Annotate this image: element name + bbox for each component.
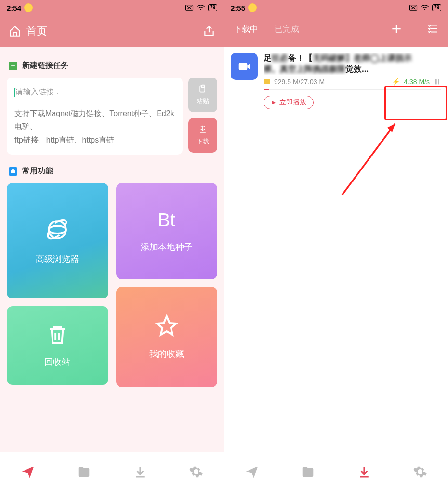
nav-send[interactable] [245,465,259,481]
svg-rect-6 [11,170,15,173]
download-nav-icon [133,465,147,479]
wifi-icon [421,4,429,11]
svg-rect-16 [438,79,439,85]
paper-plane-icon [21,465,35,479]
nav-send[interactable] [21,465,35,481]
status-time: 2:55 [231,4,245,12]
bottom-nav [0,452,224,493]
home-icon[interactable] [9,25,21,38]
video-thumb [231,53,258,80]
nav-downloads[interactable] [133,465,147,481]
download-title: 足狂必备！【无码破解】老师◯上课脱示 裸。真空上阵挑战极限觉效... [264,53,441,75]
star-icon [155,314,178,337]
svg-point-9 [49,226,66,234]
battery-indicator: 79 [208,4,217,11]
bolt-icon: ⚡ [392,78,400,86]
bt-card[interactable]: Bt 添加本地种子 [116,183,218,279]
status-bar-right: 2:55 79 [224,0,448,15]
svg-line-17 [342,124,395,195]
svg-point-13 [424,9,425,10]
features-header: 常用功能 [9,166,215,176]
nav-files[interactable] [77,465,91,481]
status-avatar-icon [24,3,33,12]
tasklist-icon[interactable] [427,23,439,35]
left-phone-screen: 2:54 79 首页 ＋ 新建链接任务 请输入链接： 支持下载Magnet磁力链… [0,0,224,493]
nav-settings[interactable] [413,465,427,481]
favorites-card[interactable]: 我的收藏 [116,287,218,387]
bottom-nav-right [224,452,448,493]
plus-icon: ＋ [9,62,17,70]
browser-card[interactable]: 高级浏览器 [7,183,108,298]
downloads-tabs: 下载中 已完成 [224,15,448,47]
status-avatar-icon [248,3,257,12]
wifi-icon [197,4,205,11]
folder-icon [301,465,315,479]
svg-rect-14 [239,63,248,70]
share-icon[interactable] [203,25,215,38]
paper-plane-icon [245,465,259,479]
folder-mini-icon [264,79,270,84]
nav-files[interactable] [301,465,315,481]
download-speed: 4.38 M/s [404,78,430,86]
right-phone-screen: 2:55 79 下载中 已完成 足狂必备！【无码破解】老师◯上课脱示 裸。真空上… [224,0,448,493]
svg-marker-18 [387,124,395,132]
recycle-card[interactable]: 回收站 [7,306,108,385]
pause-icon[interactable] [434,78,441,86]
battery-indicator: 79 [432,4,441,11]
bt-text-icon: Bt [158,210,175,231]
nav-settings[interactable] [189,465,203,481]
download-size: 929.5 M/27.03 M [274,78,325,86]
no-sim-icon [409,4,418,11]
tab-completed[interactable]: 已完成 [274,21,300,38]
tab-downloading[interactable]: 下载中 [233,21,259,38]
status-bar: 2:54 79 [0,0,224,15]
download-nav-icon [357,465,371,479]
page-title: 首页 [26,24,47,39]
status-time: 2:54 [7,4,21,12]
new-task-label: 新建链接任务 [22,61,68,71]
clipboard-icon [198,84,208,94]
play-now-button[interactable]: 立即播放 [264,96,314,109]
no-sim-icon [185,4,194,11]
features-label: 常用功能 [22,166,53,176]
svg-rect-7 [12,169,14,171]
video-icon [237,59,251,74]
ie-icon [44,217,70,243]
folder-icon [77,465,91,479]
trash-icon [46,324,68,346]
gear-icon [189,465,203,479]
svg-rect-15 [435,79,437,85]
app-header: 首页 [0,15,224,47]
annotation-highlight [384,86,447,120]
link-hint-2: ftp链接、http直链、https直链 [14,133,175,146]
gear-icon [413,465,427,479]
link-input[interactable]: 请输入链接： 支持下载Magnet磁力链接、Torrent种子、Ed2k电驴、 … [7,78,183,155]
nav-downloads[interactable] [357,465,371,481]
download-icon [198,125,208,134]
link-hint-1: 支持下载Magnet磁力链接、Torrent种子、Ed2k电驴、 [14,107,175,133]
toolbox-icon [9,167,17,176]
paste-button[interactable]: 粘贴 [188,78,217,112]
play-icon [271,100,277,105]
new-task-header: ＋ 新建链接任务 [9,61,215,71]
svg-rect-4 [200,86,205,92]
annotation-arrow [337,118,405,200]
add-icon[interactable] [390,23,403,35]
home-content: ＋ 新建链接任务 请输入链接： 支持下载Magnet磁力链接、Torrent种子… [0,47,224,452]
svg-point-3 [200,9,201,10]
link-placeholder: 请输入链接： [15,88,62,96]
download-button[interactable]: 下载 [188,118,217,153]
